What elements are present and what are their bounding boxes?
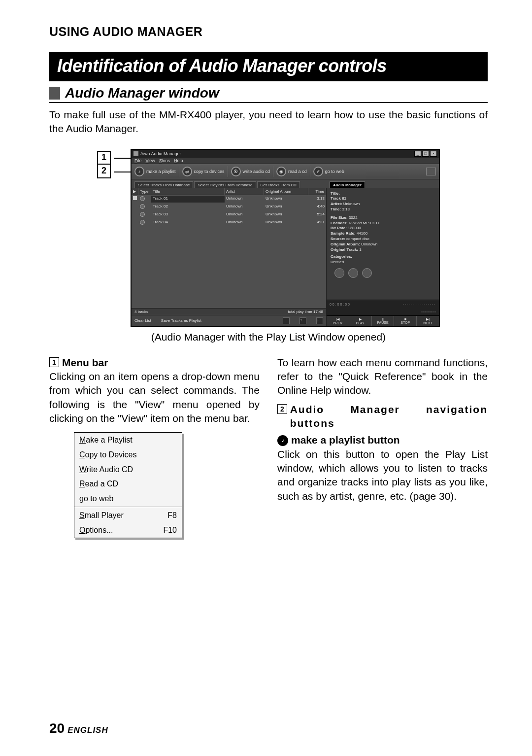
tab-select-playlists[interactable]: Select Playlists From Database	[194, 181, 256, 188]
toolbar-copy-devices[interactable]: ⇄copy to devices	[182, 167, 225, 176]
total-time: total play time 17:48	[288, 309, 323, 314]
col-type[interactable]: Type	[138, 188, 151, 195]
col-play[interactable]: ▶	[132, 188, 138, 195]
page-title-bar: Identification of Audio Manager controls	[49, 52, 488, 81]
item-title-menubar: Menu bar	[62, 356, 108, 370]
app-screenshot: Aiwa Audio Manager _ □ × File View Skins…	[131, 149, 440, 327]
page-number: 20	[49, 721, 65, 736]
section-header: USING AUDIO MANAGER	[49, 25, 488, 39]
menu-skins[interactable]: Skins	[159, 158, 170, 163]
tracklist-panel: ▶ Type Title Artist Original Album Time …	[132, 188, 327, 326]
col-title[interactable]: Title	[151, 188, 225, 195]
table-row[interactable]: Track 02 Unknown Unknown 4:40	[132, 203, 326, 211]
callout-lines	[114, 149, 131, 327]
action-icon-3[interactable]: ↓	[316, 317, 323, 324]
clear-list-button[interactable]: Clear List	[134, 318, 151, 323]
info-icon-1[interactable]	[334, 268, 344, 278]
callout-1: 1	[97, 151, 111, 165]
menubar-description: Clicking on an item opens a drop-down me…	[49, 370, 260, 425]
menu-copy-devices[interactable]: Copy to Devices	[74, 447, 182, 462]
subsection-marker	[49, 87, 60, 100]
col-time[interactable]: Time	[308, 188, 326, 195]
make-playlist-subhead: make a playlist button	[291, 433, 400, 447]
col-artist[interactable]: Artist	[225, 188, 264, 195]
window-titlebar: Aiwa Audio Manager _ □ ×	[132, 150, 439, 158]
volume-dots: ▫▫▫▫▫▫▫▫▫▫▫▫	[421, 310, 436, 313]
disc-icon	[140, 204, 145, 209]
item-number-1: 1	[49, 357, 59, 367]
disc-icon	[140, 212, 145, 217]
disc-icon	[140, 220, 145, 225]
time-display: 0 0 : 0 0 : 0 0	[330, 303, 350, 306]
toolbar-make-playlist[interactable]: ♪make a playlist	[134, 167, 176, 176]
quick-reference-note: To learn how each menu command functions…	[277, 356, 488, 398]
toolbar-read-cd[interactable]: ◉read a cd	[276, 167, 307, 176]
track-count: 4 tracks	[134, 309, 148, 314]
screenshot-caption: (Audio Manager with the Play List Window…	[49, 331, 488, 343]
table-row[interactable]: Track 01 Unknown Unknown 3:13	[132, 195, 326, 203]
subsection-bar: Audio Manager window	[49, 85, 488, 103]
save-playlist-button[interactable]: Save Tracks as Playlist	[161, 318, 201, 323]
table-row[interactable]: Track 04 Unknown Unknown 4:31	[132, 219, 326, 227]
next-button[interactable]: ▶|NEXT	[417, 316, 439, 326]
maximize-icon[interactable]: □	[422, 151, 429, 157]
info-panel: Title: Track 01 Artist: Unknown Time: 3:…	[327, 188, 439, 326]
subsection-title: Audio Manager window	[65, 85, 219, 101]
footer-language: ENGLISH	[67, 725, 108, 735]
menu-options[interactable]: Options...F10	[74, 523, 182, 538]
action-icon-2[interactable]: ↑	[299, 317, 306, 324]
tab-get-tracks-cd[interactable]: Get Tracks From CD	[257, 181, 300, 188]
menu-view[interactable]: View	[146, 158, 155, 163]
stop-button[interactable]: ■STOP	[394, 316, 417, 326]
view-dropdown-menu: Make a Playlist Copy to Devices Write Au…	[74, 432, 182, 538]
menu-make-playlist[interactable]: Make a Playlist	[74, 433, 182, 447]
menu-file[interactable]: File	[134, 158, 142, 163]
close-icon[interactable]: ×	[430, 151, 437, 157]
menu-help[interactable]: Help	[174, 158, 183, 163]
action-icon-1[interactable]	[283, 317, 290, 324]
playlist-icon: ♪	[277, 435, 288, 446]
tab-audio-manager[interactable]: Audio Manager	[330, 181, 365, 188]
menu-small-player[interactable]: Small PlayerF8	[74, 508, 182, 523]
pause-button[interactable]: ||PAUSE	[372, 316, 395, 326]
prev-button[interactable]: |◀PREV	[327, 316, 349, 326]
info-icon-2[interactable]	[348, 268, 358, 278]
tab-select-tracks[interactable]: Select Tracks From Database	[134, 181, 193, 188]
menu-read-cd[interactable]: Read a CD	[74, 477, 182, 491]
toolbar-write-cd[interactable]: ⦿write audio cd	[231, 167, 270, 176]
make-playlist-description: Click on this button to open the Play Li…	[277, 447, 488, 503]
toolbar-go-web[interactable]: ✔go to web	[313, 167, 344, 176]
app-toolbar: ♪make a playlist ⇄copy to devices ⦿write…	[132, 164, 439, 179]
callout-numbers: 1 2	[97, 149, 114, 327]
window-title: Aiwa Audio Manager	[140, 151, 181, 156]
play-button[interactable]: ▶PLAY	[349, 316, 372, 326]
toolbar-extra-icon[interactable]	[426, 168, 436, 175]
stop-icon	[133, 196, 137, 200]
app-icon	[133, 151, 138, 156]
disc-icon	[140, 196, 145, 201]
page-footer: 20 ENGLISH	[49, 721, 108, 736]
intro-paragraph: To make full use of the MM-RX400 player,…	[49, 108, 488, 136]
progress-dots: ·················	[403, 303, 436, 306]
col-album[interactable]: Original Album	[264, 188, 308, 195]
item-title-nav-buttons: Audio Manager navigation buttons	[290, 403, 488, 431]
callout-2: 2	[97, 165, 111, 178]
table-row[interactable]: Track 03 Unknown Unknown 5:24	[132, 211, 326, 219]
app-menubar: File View Skins Help	[132, 158, 439, 164]
menu-go-web[interactable]: go to web	[74, 491, 182, 506]
minimize-icon[interactable]: _	[414, 151, 421, 157]
info-icon-3[interactable]	[362, 268, 372, 278]
item-number-2: 2	[277, 404, 287, 414]
menu-write-cd[interactable]: Write Audio CD	[74, 462, 182, 477]
